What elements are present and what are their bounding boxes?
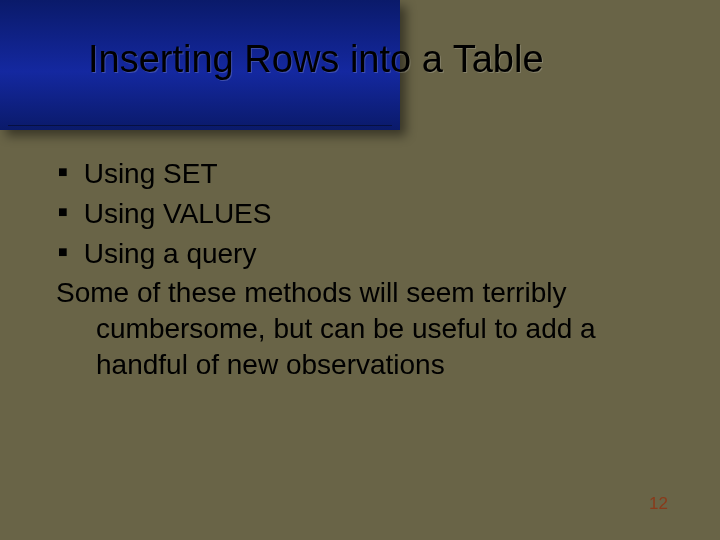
slide-title: Inserting Rows into a Table (88, 38, 680, 81)
paragraph-line: Some of these methods will seem terribly (56, 277, 566, 308)
slide: Inserting Rows into a Table ■ Using SET … (0, 0, 720, 540)
paragraph-line: cumbersome, but can be useful to add a (56, 311, 670, 347)
body-paragraph: Some of these methods will seem terribly… (56, 275, 670, 382)
bullet-square-icon: ■ (58, 196, 68, 228)
bullet-square-icon: ■ (58, 156, 68, 188)
paragraph-line: handful of new observations (56, 347, 670, 383)
bullet-text: Using SET (84, 156, 670, 192)
bullet-item: ■ Using a query (56, 236, 670, 272)
bullet-square-icon: ■ (58, 236, 68, 268)
bullet-item: ■ Using VALUES (56, 196, 670, 232)
slide-body: ■ Using SET ■ Using VALUES ■ Using a que… (56, 156, 670, 383)
page-number: 12 (649, 494, 668, 514)
bullet-item: ■ Using SET (56, 156, 670, 192)
bullet-text: Using a query (84, 236, 670, 272)
bullet-text: Using VALUES (84, 196, 670, 232)
